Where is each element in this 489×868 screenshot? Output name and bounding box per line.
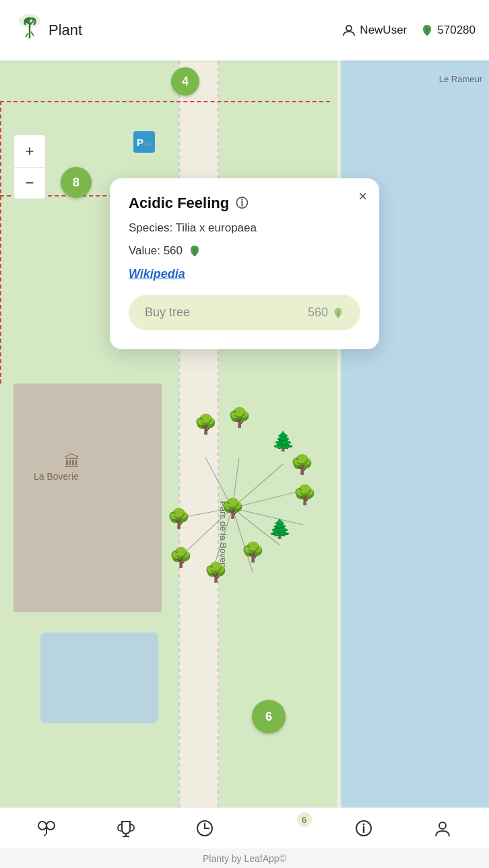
currency-display: 570280 — [420, 24, 476, 37]
nav-clock-item[interactable] — [165, 808, 244, 848]
tree-icon-8[interactable]: 🌳 — [204, 561, 228, 583]
svg-point-4 — [346, 26, 352, 31]
nav-user-item[interactable] — [403, 808, 482, 848]
buy-price-display: 560 — [308, 305, 344, 320]
nav-user-icon — [433, 819, 452, 838]
svg-line-3 — [31, 32, 34, 36]
nav-plant-icon — [37, 819, 56, 838]
svg-point-30 — [362, 824, 364, 826]
username-text: NewUser — [360, 24, 407, 37]
tree-icon-center[interactable]: 🌳 — [221, 497, 244, 519]
tree-icon-10[interactable]: 🌳 — [167, 507, 191, 530]
zoom-in-button[interactable]: + — [13, 135, 46, 167]
building-monument-icon: 🏛 — [64, 452, 80, 471]
buy-price-text: 560 — [308, 305, 328, 320]
popup-title-text: Acidic Feeling — [129, 194, 229, 212]
user-icon — [342, 24, 356, 37]
cluster-top[interactable]: 4 — [171, 67, 199, 96]
tree-icon-3[interactable]: 🌲 — [271, 430, 295, 452]
app-name: Plant — [48, 22, 82, 39]
popup-info-icon[interactable]: ⓘ — [236, 195, 248, 211]
nav-info-item[interactable] — [324, 808, 403, 848]
svg-point-31 — [439, 822, 446, 829]
nav-plant-item[interactable] — [7, 808, 86, 848]
tree-icon-6[interactable]: 🌲 — [268, 517, 292, 540]
svg-point-19 — [38, 822, 46, 830]
logo-icon — [13, 14, 46, 46]
tree-icon-9[interactable]: 🌳 — [169, 546, 193, 569]
map-container[interactable]: 🏛 La Boverie Parc de la Boverie P 🚲 Le R… — [0, 61, 489, 807]
wikipedia-link[interactable]: Wikipedia — [129, 267, 360, 281]
popup-species: Species: Tilia x europaea — [129, 221, 360, 235]
currency-leaf-icon — [420, 24, 434, 37]
nav-icons-row: 6 — [0, 808, 489, 848]
tree-icon-5[interactable]: 🌳 — [293, 484, 317, 506]
tree-icon-2[interactable]: 🌳 — [228, 406, 251, 429]
svg-line-2 — [26, 33, 28, 37]
user-name-display[interactable]: NewUser — [342, 24, 407, 37]
buy-tree-button[interactable]: Buy tree 560 — [129, 295, 360, 330]
value-leaf-icon — [188, 244, 201, 258]
popup-title: Acidic Feeling ⓘ — [129, 194, 360, 212]
tree-icon-1[interactable]: 🌳 — [194, 413, 218, 435]
nav-badge-item[interactable]: 6 — [244, 808, 324, 848]
tree-icon-4[interactable]: 🌳 — [290, 454, 314, 476]
popup-value-text: Value: 560 — [129, 244, 183, 258]
tree-icon-7[interactable]: 🌳 — [241, 541, 265, 563]
app-logo[interactable]: Plant — [13, 14, 82, 46]
building-la-boverie — [13, 384, 162, 612]
user-area: NewUser 570280 — [342, 24, 476, 37]
cluster-left[interactable]: 8 — [61, 167, 92, 198]
zoom-out-button[interactable]: − — [13, 167, 46, 199]
nav-trophy-icon — [117, 819, 135, 838]
nav-badge-number: 6 — [297, 812, 312, 827]
cluster-bottom[interactable]: 6 — [252, 700, 286, 733]
popup-value: Value: 560 — [129, 244, 360, 258]
building-name-label: La Boverie — [34, 471, 79, 482]
pond — [40, 632, 158, 723]
le-rameur-label: Le Rameur — [439, 74, 482, 84]
water-body — [341, 61, 489, 807]
map-controls: + − — [13, 135, 46, 199]
currency-value: 570280 — [437, 24, 476, 37]
bottom-nav: 6 Planty by LeafApp© — [0, 807, 489, 868]
nav-trophy-item[interactable] — [86, 808, 166, 848]
footer-text: Planty by LeafApp© — [0, 848, 489, 868]
parking-sign: P 🚲 — [133, 131, 155, 153]
nav-info-icon — [354, 819, 373, 838]
buy-leaf-icon — [332, 307, 344, 319]
header: Plant NewUser 570280 — [0, 0, 489, 61]
buy-button-label: Buy tree — [145, 305, 190, 320]
popup-card: × Acidic Feeling ⓘ Species: Tilia x euro… — [110, 178, 379, 349]
svg-line-22 — [44, 834, 46, 836]
popup-close-button[interactable]: × — [358, 189, 367, 204]
nav-clock-icon — [195, 819, 214, 838]
svg-point-20 — [46, 822, 55, 830]
